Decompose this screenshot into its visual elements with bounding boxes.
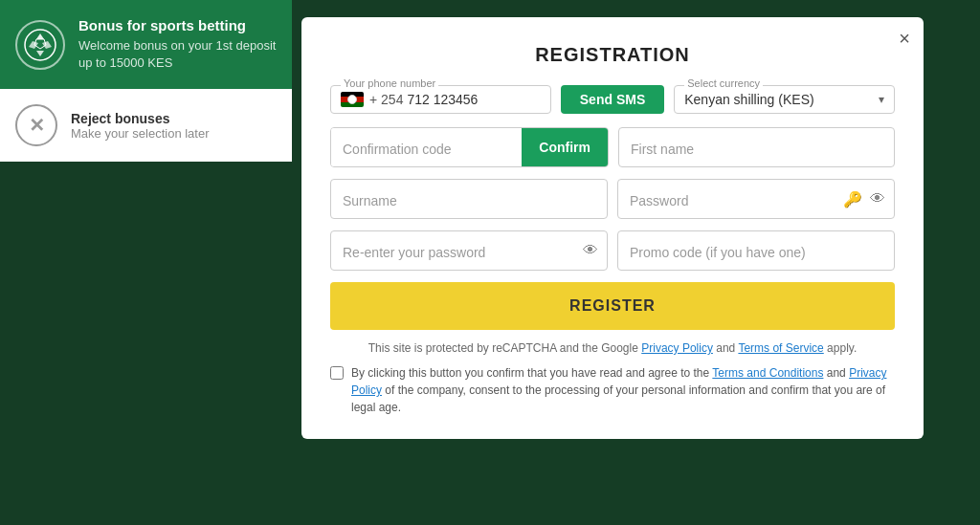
bonus-card[interactable]: Bonus for sports betting Welcome bonus o…	[0, 0, 292, 89]
footer-terms-link[interactable]: Terms of Service	[738, 341, 823, 355]
eye-icon[interactable]: 👁	[870, 190, 885, 208]
phone-prefix: + 254	[369, 92, 403, 107]
reject-title: Reject bonuses	[71, 111, 210, 126]
register-button[interactable]: REGISTER	[330, 282, 895, 330]
key-icon[interactable]: 🔑	[843, 190, 862, 208]
confirmation-code-input[interactable]	[331, 128, 522, 166]
terms-row: By clicking this button you confirm that…	[330, 364, 895, 416]
svg-marker-4	[36, 51, 44, 56]
reenter-eye-icon[interactable]: 👁	[583, 242, 598, 259]
registration-modal: × REGISTRATION Your phone number + 254 S…	[301, 17, 924, 439]
first-name-group	[618, 127, 895, 167]
close-button[interactable]: ×	[899, 29, 910, 48]
footer-privacy-link[interactable]: Privacy Policy	[641, 341, 713, 355]
promo-code-group	[617, 230, 895, 271]
phone-label: Your phone number	[341, 77, 438, 89]
reject-subtitle: Make your selection later	[71, 126, 210, 141]
reject-text: Reject bonuses Make your selection later	[71, 111, 210, 141]
footer-and: and	[716, 341, 738, 355]
phone-currency-row: Your phone number + 254 Send SMS Select …	[330, 85, 895, 114]
send-sms-button[interactable]: Send SMS	[561, 85, 664, 114]
surname-password-row: 🔑 👁	[330, 179, 895, 219]
confirmation-group: Confirm	[330, 127, 609, 167]
first-name-input[interactable]	[618, 127, 895, 167]
reenter-password-input[interactable]	[330, 230, 608, 271]
phone-input[interactable]	[407, 92, 522, 107]
password-icons: 🔑 👁	[843, 190, 885, 208]
footer-recaptcha-text: This site is protected by reCAPTCHA and …	[330, 341, 895, 355]
bonus-title: Bonus for sports betting	[78, 17, 277, 33]
reenter-password-group: 👁	[330, 230, 608, 271]
currency-select[interactable]: Kenyan shilling (KES)	[684, 92, 884, 107]
bonus-text: Bonus for sports betting Welcome bonus o…	[78, 17, 277, 72]
terms-conditions-link[interactable]: Terms and Conditions	[712, 366, 823, 380]
footer-text-prefix: This site is protected by reCAPTCHA and …	[368, 341, 638, 355]
terms-checkbox[interactable]	[330, 366, 344, 380]
reject-icon[interactable]: ✕	[15, 104, 57, 146]
confirmation-firstname-row: Confirm	[330, 127, 895, 167]
reject-card[interactable]: ✕ Reject bonuses Make your selection lat…	[0, 89, 292, 162]
currency-wrap: Select currency Kenyan shilling (KES) ▾	[674, 85, 895, 114]
bonus-description: Welcome bonus on your 1st deposit up to …	[78, 37, 277, 72]
confirm-button[interactable]: Confirm	[522, 128, 608, 166]
surname-input[interactable]	[330, 179, 608, 219]
terms-text: By clicking this button you confirm that…	[351, 364, 895, 416]
password-group: 🔑 👁	[617, 179, 895, 219]
modal-title: REGISTRATION	[330, 44, 895, 66]
footer-apply: apply.	[827, 341, 857, 355]
svg-marker-1	[36, 33, 44, 39]
soccer-ball-icon	[15, 20, 65, 70]
svg-marker-3	[29, 41, 38, 49]
kenya-flag-icon	[341, 92, 364, 107]
phone-field-wrap: Your phone number + 254	[330, 85, 551, 114]
currency-label: Select currency	[684, 77, 763, 89]
left-panel: Bonus for sports betting Welcome bonus o…	[0, 0, 292, 525]
promo-code-input[interactable]	[617, 230, 895, 271]
svg-marker-2	[42, 41, 52, 49]
reenter-promo-row: 👁	[330, 230, 895, 271]
surname-group	[330, 179, 608, 219]
